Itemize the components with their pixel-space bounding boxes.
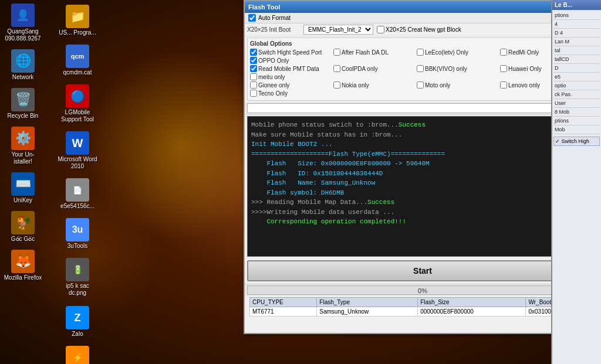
network-icon: 🌐 xyxy=(11,49,35,73)
list-item[interactable]: Z Zalo xyxy=(54,304,101,340)
switch-high-speed-checkbox[interactable] xyxy=(250,49,257,56)
desktop-icons-col2: 📁 US... Progra... qcm qcmdm.cat 🔵 LGMobi… xyxy=(48,0,107,364)
checkbox-moto: Moto only xyxy=(417,81,499,89)
col-header-flash-type: Flash_Type xyxy=(317,298,418,307)
log-line: Corresponding operation completed!!! xyxy=(251,217,594,227)
icon-label: ip5 k sac dc.png xyxy=(58,283,97,297)
second-win-row: D 4 xyxy=(553,29,600,38)
checkbox-tecno: Tecno Only xyxy=(250,90,332,97)
filter-input[interactable] xyxy=(247,103,584,113)
nokia-checkbox[interactable] xyxy=(333,81,340,89)
leeco-checkbox[interactable] xyxy=(417,49,424,56)
tecno-checkbox[interactable] xyxy=(250,90,257,97)
log-line: Mobile phone status swtich to :brom...Su… xyxy=(251,120,594,130)
checkbox-nokia: Nokia only xyxy=(333,81,416,89)
meitu-checkbox[interactable] xyxy=(250,73,257,80)
icon-label: e5e54156c... xyxy=(60,203,94,210)
second-win-row: ptions xyxy=(553,11,600,20)
global-options-section: Global Options Switch Hight Speed Port A… xyxy=(247,38,598,101)
start-button[interactable]: Start xyxy=(247,260,598,281)
log-line: Flash Size: 0x0000000E8F800000 -> 59640M xyxy=(251,159,594,169)
log-line: ====================Flash Type(eMMC)====… xyxy=(251,149,594,159)
list-item[interactable]: 🔋 ip5 k sac dc.png xyxy=(54,256,101,299)
moto-label: Moto only xyxy=(425,82,450,89)
gocgoc-icon: 🐓 xyxy=(11,211,35,234)
second-app-window: Le B... ptions 4 D 4 Lan M tal tallCD D … xyxy=(551,0,601,364)
icon-label: Gốc Gốc xyxy=(11,236,35,243)
second-win-row: tallCD xyxy=(553,55,600,64)
qcmdm-icon: qcm xyxy=(66,45,89,68)
list-item[interactable]: 3u 3uTools xyxy=(54,216,101,252)
read-pmt-label: Read Mobile PMT Data xyxy=(258,66,319,72)
second-win-content: ptions 4 D 4 Lan M tal tallCD D e5 optio… xyxy=(552,10,601,147)
icon-label: LGMobile Support Tool xyxy=(58,109,97,123)
col-header-flash-size: Flash_Size xyxy=(418,298,526,307)
sidebar-item-network[interactable]: 🌐 Network xyxy=(2,47,43,83)
icon-label: qcmdm.cat xyxy=(63,69,92,76)
second-win-title: Le B... xyxy=(552,0,601,10)
boot-init-row: X20×25 Init Boot EMMC_Flash_Init_2 X20×2… xyxy=(245,23,600,36)
second-win-row: e5 xyxy=(553,73,600,81)
redmi-checkbox[interactable] xyxy=(500,49,507,56)
list-item[interactable]: 🔵 LGMobile Support Tool xyxy=(54,82,101,125)
huawei-checkbox[interactable] xyxy=(500,65,507,72)
list-item[interactable]: 📄 e5e54156c... xyxy=(54,176,101,212)
after-flash-checkbox[interactable] xyxy=(333,49,340,56)
icon-label: Recycle Bin xyxy=(8,113,39,120)
sidebar-item-quangsang[interactable]: 👤 QuangSang090.888.9267 xyxy=(2,1,43,45)
cell-flash-size: 0000000E8F800000 xyxy=(418,307,526,317)
lg-icon: 🔵 xyxy=(66,84,89,108)
icon-label: UniKey xyxy=(13,197,32,204)
boot-init-label: X20×25 Init Boot xyxy=(247,26,300,33)
coolpda-checkbox[interactable] xyxy=(333,65,340,72)
log-line: Init Mobile BOOT2 ... xyxy=(251,140,594,149)
auto-format-checkbox[interactable] xyxy=(248,14,256,22)
checkbox-after-flash: After Flash DA DL xyxy=(333,49,416,56)
sidebar-item-gocgoc[interactable]: 🐓 Gốc Gốc xyxy=(2,209,43,245)
unikey-icon: ⌨️ xyxy=(11,172,35,196)
switch-high-bottom[interactable]: ✓ Switch High xyxy=(553,137,600,146)
status-table-container: CPU_TYPE Flash_Type Flash_Size Wr_Boot1 … xyxy=(245,296,600,318)
moto-checkbox[interactable] xyxy=(417,81,424,89)
icon-label: QuangSang090.888.9267 xyxy=(5,28,40,42)
sidebar-item-unikey[interactable]: ⌨️ UniKey xyxy=(2,170,43,206)
start-button-container: Start xyxy=(245,258,600,284)
read-pmt-checkbox[interactable] xyxy=(250,65,257,72)
options-row-2: Read Mobile PMT Data CoolPDA only BBK(VI… xyxy=(250,65,595,80)
icon-label: Microsoft Word 2010 xyxy=(58,156,97,170)
log-area[interactable]: Mobile phone status swtich to :brom...Su… xyxy=(247,116,598,257)
recycle-icon: 🗑️ xyxy=(11,88,35,111)
huawei-label: Huawei Only xyxy=(508,66,542,72)
creat-block: X20×25 Creat New gpt Block xyxy=(377,26,461,33)
zalo-icon: Z xyxy=(66,306,89,329)
sidebar-item-recycle[interactable]: 🗑️ Recycle Bin xyxy=(2,86,43,122)
creat-gpt-checkbox[interactable] xyxy=(377,26,384,33)
list-item[interactable]: W Microsoft Word 2010 xyxy=(54,129,101,172)
nokia-label: Nokia only xyxy=(342,82,369,89)
table-row: MT6771 Samsung_Unknow 0000000E8F800000 0… xyxy=(250,307,596,317)
second-win-row: tal xyxy=(553,46,600,55)
sidebar-item-firefox[interactable]: 🦊 Mozilla Firefox xyxy=(2,247,43,284)
list-item[interactable]: qcm qcmdm.cat xyxy=(54,42,101,79)
odin-icon: ⚡ xyxy=(66,346,89,364)
oppo-checkbox[interactable] xyxy=(250,57,257,64)
second-win-row: D xyxy=(553,64,600,73)
list-item[interactable]: ⚡ Odin_3.12... xyxy=(54,343,101,364)
status-table: CPU_TYPE Flash_Type Flash_Size Wr_Boot1 … xyxy=(249,297,596,317)
tecno-label: Tecno Only xyxy=(258,90,288,97)
icon-label: Zalo xyxy=(72,331,83,338)
second-win-row: 8 Mob xyxy=(553,108,600,117)
desktop-icons-col1: 👤 QuangSang090.888.9267 🌐 Network 🗑️ Rec… xyxy=(0,0,46,285)
gionee-label: Gionee only xyxy=(258,82,289,89)
cell-cpu: MT6771 xyxy=(250,307,317,317)
folder-icon: 📁 xyxy=(66,5,89,28)
boot-init-select[interactable]: EMMC_Flash_Init_2 xyxy=(303,25,373,35)
second-win-row: ptions xyxy=(553,117,600,125)
lenovo-checkbox[interactable] xyxy=(500,81,507,89)
sidebar-item-uninstaller[interactable]: ⚙️ Your Un-istaller! xyxy=(2,124,43,168)
gionee-checkbox[interactable] xyxy=(250,81,257,89)
leeco-label: LeEco(letv) Only xyxy=(425,49,468,56)
bbk-checkbox[interactable] xyxy=(417,65,424,72)
list-item[interactable]: 📁 US... Progra... xyxy=(54,2,101,39)
icon-label: Your Un-istaller! xyxy=(4,151,42,165)
